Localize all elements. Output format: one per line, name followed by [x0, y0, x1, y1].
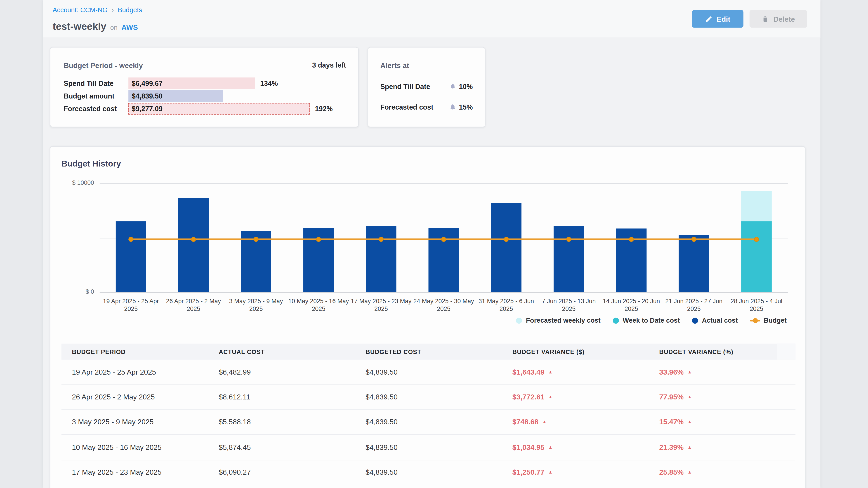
legend-item-week-to-date-cost[interactable]: Week to Date cost [613, 317, 680, 324]
budget-period-rows: Spend Till Date$6,499.67134%Budget amoun… [64, 77, 352, 116]
legend-line-dot [753, 318, 758, 323]
cell-variance-usd: $1,034.95▲ [502, 443, 649, 451]
budget-period-bar: $6,499.67 [128, 77, 255, 89]
table-row: 26 Apr 2025 - 2 May 2025$8,612.11$4,839.… [61, 385, 796, 410]
alert-row-label: Spend Till Date [380, 83, 430, 91]
table-row: 19 Apr 2025 - 25 Apr 2025$6,482.99$4,839… [61, 360, 796, 385]
x-axis-label: 14 Jun 2025 - 20 Jun 2025 [600, 297, 663, 313]
budget-period-row-label: Budget amount [64, 92, 129, 100]
variance-up-icon: ▲ [548, 369, 553, 375]
x-axis-label: 28 Jun 2025 - 4 Jul 2025 [725, 297, 788, 313]
variance-up-icon: ▲ [548, 394, 553, 399]
cell-budget-period: 10 May 2025 - 16 May 2025 [61, 443, 208, 451]
budget-history-table: BUDGET PERIOD ACTUAL COST BUDGETED COST … [61, 344, 796, 485]
variance-up-icon: ▲ [687, 420, 692, 424]
col-actual-cost: ACTUAL COST [208, 348, 355, 355]
cell-actual-cost: $6,482.99 [208, 368, 355, 376]
budget-period-row: Spend Till Date$6,499.67134% [64, 77, 352, 89]
budget-period-bar: $4,839.50 [128, 90, 223, 102]
legend-circle-marker [692, 317, 698, 323]
gridline-10000 [100, 183, 788, 184]
legend-line-marker [750, 320, 760, 321]
alerts-card: Alerts at Spend Till Date10%Forecasted c… [368, 47, 486, 127]
budget-period-row-label: Spend Till Date [64, 79, 129, 87]
x-axis-label: 3 May 2025 - 9 May 2025 [225, 297, 287, 313]
x-axis-label: 19 Apr 2025 - 25 Apr 2025 [100, 297, 162, 313]
week-to-date-cost-bar[interactable] [741, 221, 772, 292]
header-actions: Edit Delete [692, 10, 807, 28]
edit-button-label: Edit [717, 15, 730, 23]
actual-cost-bar[interactable] [491, 203, 522, 292]
legend-item-actual-cost[interactable]: Actual cost [692, 317, 738, 324]
x-axis-label: 17 May 2025 - 23 May 2025 [350, 297, 412, 313]
on-label: on [110, 24, 118, 31]
alert-row: Forecasted cost15% [380, 102, 473, 112]
alert-threshold-value: 10% [459, 83, 473, 91]
legend-item-budget[interactable]: Budget [750, 317, 786, 324]
chart-legend: Forecasted weekly costWeek to Date costA… [516, 317, 786, 324]
actual-cost-bar[interactable] [679, 235, 709, 292]
budget-period-percent: 134% [260, 79, 278, 87]
variance-usd-value: $1,034.95 [513, 443, 545, 451]
cell-actual-cost: $5,874.45 [208, 443, 355, 451]
cell-variance-pct: 33.96%▲ [649, 368, 796, 376]
legend-label: Forecasted weekly cost [526, 317, 600, 324]
cell-budget-period: 26 Apr 2025 - 2 May 2025 [61, 393, 208, 401]
cell-variance-pct: 77.95%▲ [649, 393, 796, 401]
table-scrollbar-gutter[interactable] [777, 344, 796, 360]
budget-history-card: Budget History $ 10000$ 019 Apr 2025 - 2… [50, 146, 805, 488]
table-body: 19 Apr 2025 - 25 Apr 2025$6,482.99$4,839… [61, 360, 796, 485]
cell-actual-cost: $8,612.11 [208, 393, 355, 401]
y-axis-tick-zero: $ 0 [55, 288, 94, 295]
x-axis-label: 7 Jun 2025 - 13 Jun 2025 [537, 297, 600, 313]
days-left-label: 3 days left [312, 61, 346, 70]
budget-period-row: Forecasted cost$9,277.09192% [64, 103, 352, 115]
delete-button[interactable]: Delete [749, 10, 807, 28]
cell-variance-usd: $3,772.61▲ [502, 393, 649, 401]
variance-pct-value: 15.47% [659, 418, 684, 426]
alerts-card-title: Alerts at [380, 61, 409, 70]
alert-threshold-group: 15% [450, 102, 473, 112]
budget-period-percent: 192% [315, 105, 333, 112]
cell-actual-cost: $6,090.27 [208, 468, 355, 477]
actual-cost-bar[interactable] [554, 226, 584, 292]
x-axis-label: 21 Jun 2025 - 27 Jun 2025 [662, 297, 725, 313]
budget-detail-page: Account: CCM-NG › Budgets test-weekly on… [0, 0, 868, 488]
pencil-icon [705, 15, 712, 22]
budget-history-chart: $ 10000$ 019 Apr 2025 - 25 Apr 202526 Ap… [51, 147, 805, 313]
variance-up-icon: ▲ [687, 445, 692, 450]
col-budget-variance-usd: BUDGET VARIANCE ($) [502, 348, 649, 355]
page-title: test-weekly [53, 21, 106, 33]
variance-up-icon: ▲ [548, 470, 553, 475]
cell-variance-usd: $1,643.49▲ [502, 368, 649, 376]
breadcrumb: Account: CCM-NG › Budgets [53, 5, 142, 14]
actual-cost-bar[interactable] [178, 198, 209, 292]
actual-cost-bar[interactable] [366, 226, 397, 292]
legend-item-forecasted-weekly-cost[interactable]: Forecasted weekly cost [516, 317, 600, 324]
variance-pct-value: 33.96% [659, 368, 684, 376]
variance-pct-value: 21.39% [659, 443, 684, 451]
cell-variance-usd: $748.68▲ [502, 418, 649, 426]
budget-period-card: Budget Period - weekly 3 days left Spend… [50, 47, 359, 127]
forecasted-weekly-cost-bar[interactable] [741, 191, 772, 221]
legend-circle-marker [613, 317, 619, 323]
actual-cost-bar[interactable] [116, 221, 146, 292]
cell-budgeted-cost: $4,839.50 [355, 368, 502, 376]
breadcrumb-account-link[interactable]: Account: CCM-NG [53, 6, 107, 13]
cell-budget-period: 19 Apr 2025 - 25 Apr 2025 [61, 368, 208, 376]
alert-threshold-group: 10% [450, 82, 473, 92]
legend-label: Actual cost [702, 317, 738, 324]
cell-budget-period: 17 May 2025 - 23 May 2025 [61, 468, 208, 477]
variance-pct-value: 25.85% [659, 468, 684, 477]
bell-icon [450, 102, 456, 112]
variance-up-icon: ▲ [687, 369, 692, 375]
budget-period-row: Budget amount$4,839.50 [64, 90, 352, 102]
alert-threshold-value: 15% [459, 103, 473, 111]
breadcrumb-budgets-link[interactable]: Budgets [118, 6, 142, 13]
cloud-provider-label: AWS [121, 23, 138, 32]
variance-up-icon: ▲ [548, 445, 553, 450]
bell-icon [450, 82, 456, 92]
content-column: Account: CCM-NG › Budgets test-weekly on… [43, 0, 820, 488]
cell-budgeted-cost: $4,839.50 [355, 443, 502, 451]
edit-button[interactable]: Edit [692, 10, 743, 28]
